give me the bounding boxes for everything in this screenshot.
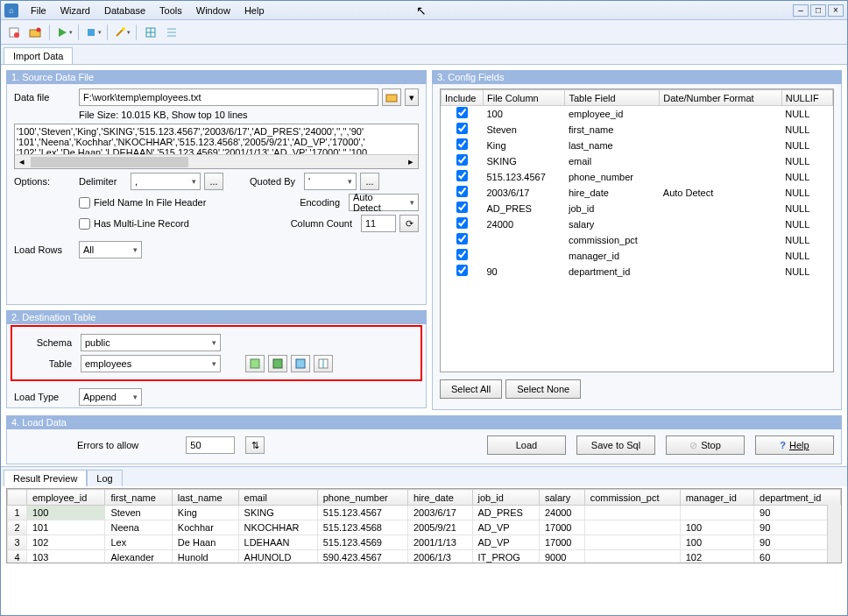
list-icon[interactable] — [162, 23, 181, 42]
menu-file[interactable]: File — [24, 3, 53, 18]
datafile-input[interactable] — [79, 89, 378, 106]
fieldname-checkbox[interactable]: Field Name In File Header — [79, 197, 206, 209]
browse-button[interactable] — [382, 89, 401, 106]
include-checkbox[interactable] — [456, 233, 468, 244]
config-row[interactable]: manager_idNULL — [442, 248, 833, 264]
config-row[interactable]: 2003/6/17hire_dateAuto DetectNULL — [442, 185, 833, 201]
minimize-button[interactable]: – — [793, 4, 809, 17]
tool-icon[interactable]: ▾ — [83, 23, 102, 42]
include-checkbox[interactable] — [456, 217, 468, 229]
grid-header[interactable]: phone_number — [317, 490, 407, 506]
tab-result-preview[interactable]: Result Preview — [4, 470, 87, 486]
save-to-sql-button[interactable]: Save to Sql — [576, 435, 655, 455]
new-connection-icon[interactable] — [4, 23, 24, 42]
svg-rect-5 — [88, 29, 95, 36]
maximize-button[interactable]: □ — [810, 4, 826, 17]
menu-wizard[interactable]: Wizard — [53, 3, 97, 18]
grid-row[interactable]: 1100StevenKingSKING515.123.45672003/6/17… — [8, 506, 841, 520]
config-header[interactable]: File Column — [484, 90, 565, 106]
stop-button[interactable]: ⊘Stop — [666, 435, 745, 455]
help-button[interactable]: ?Help — [755, 435, 834, 455]
menu-window[interactable]: Window — [189, 3, 237, 18]
group-destination: 2. Destination Table Schema public Table… — [6, 310, 427, 408]
svg-point-1 — [14, 32, 19, 38]
config-row[interactable]: AD_PRESjob_idNULL — [442, 201, 833, 216]
colcount-input[interactable] — [361, 215, 396, 232]
include-checkbox[interactable] — [456, 265, 468, 276]
app-icon: ⌂ — [4, 4, 18, 18]
wand-icon[interactable]: ▾ — [112, 23, 131, 42]
table-icon[interactable] — [141, 23, 160, 42]
table-action3-icon[interactable] — [291, 355, 310, 372]
run-icon[interactable]: ▾ — [54, 23, 74, 42]
config-row[interactable]: 90department_idNULL — [442, 264, 833, 280]
errors-spinner[interactable]: ⇅ — [245, 436, 265, 454]
select-none-button[interactable]: Select None — [505, 379, 581, 399]
close-button[interactable]: × — [828, 4, 844, 17]
config-row[interactable]: commission_pctNULL — [442, 232, 833, 248]
config-row[interactable]: Kinglast_nameNULL — [442, 138, 833, 153]
quotedby-more-button[interactable]: ... — [360, 173, 379, 190]
tab-log[interactable]: Log — [87, 470, 122, 486]
table-action2-icon[interactable] — [268, 355, 287, 372]
grid-header[interactable] — [8, 490, 27, 506]
grid-row[interactable]: 2101NeenaKochharNKOCHHAR515.123.45682005… — [8, 520, 841, 535]
config-header[interactable]: NULLIF — [781, 90, 832, 106]
loadrows-select[interactable]: All — [79, 241, 142, 258]
select-all-button[interactable]: Select All — [440, 379, 502, 399]
multiline-checkbox[interactable]: Has Multi-Line Record — [79, 218, 189, 230]
grid-header[interactable]: hire_date — [407, 490, 472, 506]
grid-header[interactable]: last_name — [172, 490, 238, 506]
schema-select[interactable]: public — [81, 334, 221, 351]
config-header[interactable]: Date/Number Format — [660, 90, 781, 106]
loadrows-label: Load Rows — [14, 244, 75, 255]
include-checkbox[interactable] — [456, 170, 468, 181]
loadtype-select[interactable]: Append — [79, 388, 142, 406]
grid-row[interactable]: 3102LexDe HaanLDEHAAN515.123.45692001/1/… — [8, 535, 841, 550]
config-row[interactable]: 515.123.4567phone_numberNULL — [442, 169, 833, 185]
menu-database[interactable]: Database — [97, 3, 152, 18]
include-checkbox[interactable] — [456, 202, 468, 213]
preview-scrollbar[interactable]: ◂▸ — [15, 154, 418, 168]
grid-header[interactable]: employee_id — [27, 490, 105, 506]
grid-header[interactable]: manager_id — [680, 490, 753, 506]
table-select[interactable]: employees — [81, 355, 221, 372]
table-action1-icon[interactable] — [245, 355, 265, 372]
include-checkbox[interactable] — [456, 107, 468, 118]
include-checkbox[interactable] — [456, 123, 468, 134]
encoding-select[interactable]: Auto Detect — [349, 194, 419, 211]
load-button[interactable]: Load — [487, 435, 566, 455]
config-row[interactable]: SKINGemailNULL — [442, 153, 833, 169]
tab-import-data[interactable]: Import Data — [4, 47, 73, 64]
include-checkbox[interactable] — [456, 249, 468, 260]
delimiter-more-button[interactable]: ... — [204, 173, 223, 190]
grid-header[interactable]: salary — [539, 490, 584, 506]
open-icon[interactable] — [25, 23, 45, 42]
grid-header[interactable]: job_id — [472, 490, 539, 506]
result-vscroll[interactable] — [827, 505, 841, 563]
config-header[interactable]: Table Field — [565, 90, 660, 106]
delimiter-select[interactable]: , — [131, 173, 201, 190]
config-header[interactable]: Include — [442, 90, 484, 106]
menu-help[interactable]: Help — [237, 3, 272, 18]
datafile-label: Data file — [14, 92, 75, 103]
datafile-dropdown[interactable]: ▾ — [405, 89, 419, 106]
config-row[interactable]: 100employee_idNULL — [442, 106, 833, 122]
colcount-label: Column Count — [287, 218, 357, 229]
grid-header[interactable]: first_name — [105, 490, 172, 506]
svg-marker-4 — [59, 28, 67, 37]
menu-tools[interactable]: Tools — [152, 3, 189, 18]
table-action4-icon[interactable] — [314, 355, 333, 372]
quotedby-select[interactable]: ' — [304, 173, 357, 190]
include-checkbox[interactable] — [456, 186, 468, 197]
errors-input[interactable] — [186, 436, 235, 454]
grid-header[interactable]: email — [238, 490, 317, 506]
colcount-refresh-button[interactable]: ⟳ — [399, 215, 419, 232]
include-checkbox[interactable] — [456, 154, 468, 166]
config-row[interactable]: 24000salaryNULL — [442, 216, 833, 232]
include-checkbox[interactable] — [456, 138, 468, 150]
grid-row[interactable]: 4103AlexanderHunoldAHUNOLD590.423.456720… — [8, 550, 841, 564]
config-row[interactable]: Stevenfirst_nameNULL — [442, 122, 833, 138]
grid-header[interactable]: commission_pct — [584, 490, 680, 506]
grid-header[interactable]: department_id — [754, 490, 841, 506]
